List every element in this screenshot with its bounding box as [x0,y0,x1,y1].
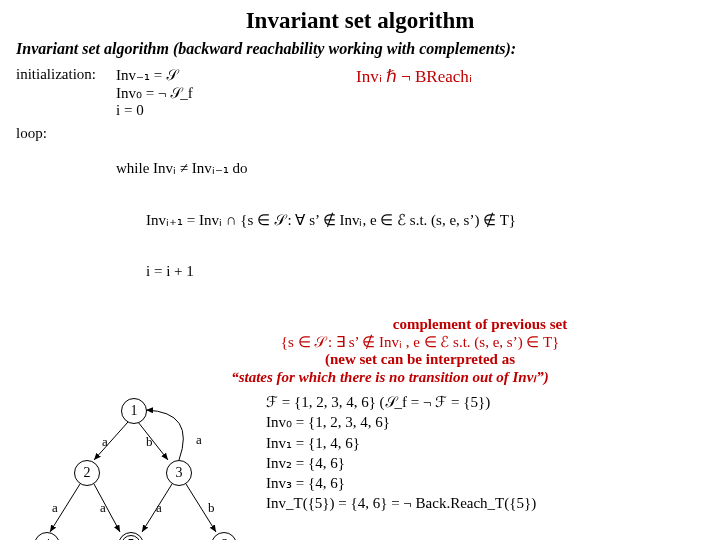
init-block: initialization: Inv₋₁ = 𝒮 Inv₀ = ¬ 𝒮_f i… [16,66,704,119]
result-line-1: ℱ = {1, 2, 3, 4, 6} (𝒮_f = ¬ ℱ = {5}) [266,392,704,412]
complement-heading: complement of previous set [393,316,567,332]
init-line-1: Inv₋₁ = 𝒮 [116,66,276,84]
page-title: Invariant set algorithm [16,8,704,34]
edge-label-a4: a [156,500,162,516]
result-line-6: Inv_T({5}) = {4, 6} = ¬ Back.Reach_T({5}… [266,493,704,513]
loop-line-3: i = i + 1 [116,263,704,280]
edge-label-a1: a [102,434,108,450]
results: ℱ = {1, 2, 3, 4, 6} (𝒮_f = ¬ ℱ = {5}) In… [256,392,704,540]
loop-line-2: Invᵢ₊₁ = Invᵢ ∩ {s ∈ 𝒮 : ∀ s’ ∉ Invᵢ, e … [116,211,704,229]
result-line-3: Inv₁ = {1, 4, 6} [266,433,704,453]
init-label: initialization: [16,66,116,119]
complement-note-2: “states for which there is no transition… [16,368,704,386]
edge-label-a2: a [52,500,58,516]
loop-block: loop: while Invᵢ ≠ Invᵢ₋₁ do Invᵢ₊₁ = In… [16,125,704,314]
svg-line-3 [94,484,120,532]
svg-line-1 [138,422,168,460]
graph-diagram: 1 2 3 4 5 6 a b a a a a b [16,392,256,540]
result-line-4: Inv₂ = {4, 6} [266,453,704,473]
loop-body: while Invᵢ ≠ Invᵢ₋₁ do Invᵢ₊₁ = Invᵢ ∩ {… [116,125,704,314]
node-1: 1 [121,398,147,424]
init-relation: Invᵢ ℏ ¬ BReachᵢ [356,66,472,119]
result-line-5: Inv₃ = {4, 6} [266,473,704,493]
bottom-row: 1 2 3 4 5 6 a b a a a a b ℱ = {1, 2, 3, … [16,392,704,540]
init-body: Inv₋₁ = 𝒮 Inv₀ = ¬ 𝒮_f i = 0 [116,66,276,119]
complement-note-1: (new set can be interpreted as [16,351,704,368]
complement-set: {s ∈ 𝒮 : ∃ s’ ∉ Invᵢ , e ∈ ℰ s.t. (s, e,… [16,333,704,351]
edge-label-b2: b [208,500,215,516]
node-3: 3 [166,460,192,486]
complement-note: complement of previous set {s ∈ 𝒮 : ∃ s’… [16,316,704,386]
loop-label: loop: [16,125,116,314]
edge-label-b1: b [146,434,153,450]
init-line-3: i = 0 [116,102,276,119]
init-line-2: Inv₀ = ¬ 𝒮_f [116,84,276,102]
result-line-2: Inv₀ = {1, 2, 3, 4, 6} [266,412,704,432]
node-2: 2 [74,460,100,486]
svg-line-0 [94,422,128,460]
loop-line-1: while Invᵢ ≠ Invᵢ₋₁ do [116,159,704,177]
subtitle: Invariant set algorithm (backward reacha… [16,40,704,58]
edge-label-a3: a [100,500,106,516]
edge-label-a-loop: a [196,432,202,448]
